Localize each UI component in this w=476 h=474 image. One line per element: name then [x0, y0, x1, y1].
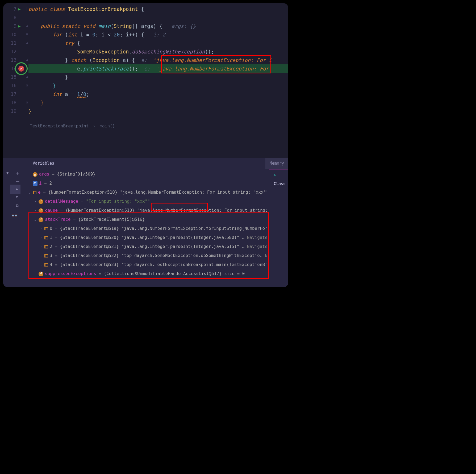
chevron-right-icon[interactable]: ›: [34, 206, 39, 215]
run-gutter-icon[interactable]: ▶: [18, 24, 20, 28]
fold-icon[interactable]: ⊟: [25, 24, 29, 28]
fold-icon[interactable]: ⊡: [25, 75, 29, 79]
line-number[interactable]: 13: [3, 56, 16, 64]
line-number[interactable]: 12: [3, 47, 16, 56]
array-badge-icon: [44, 254, 48, 257]
line-number[interactable]: 18: [3, 98, 16, 107]
variable-row[interactable]: pargs = {String[0]@509}: [28, 170, 267, 179]
line-number[interactable]: 8: [3, 13, 16, 22]
field-badge-icon: f: [39, 208, 43, 213]
breadcrumb-method[interactable]: main(): [99, 123, 115, 128]
line-number[interactable]: 16: [3, 81, 16, 90]
fold-icon[interactable]: ⊟: [25, 41, 29, 45]
array-badge-icon: [33, 191, 36, 194]
array-badge-icon: [44, 263, 48, 267]
code-line[interactable]: }: [28, 98, 288, 107]
variable-row[interactable]: ›4 = {StackTraceElement@523} "top.dayarc…: [28, 260, 267, 269]
variable-row[interactable]: ›fcause = {NumberFormatException@510} "j…: [28, 206, 267, 215]
fold-icon[interactable]: │: [25, 7, 29, 11]
line-number[interactable]: 14: [3, 64, 16, 73]
up-icon[interactable]: ▲: [16, 187, 18, 190]
navigate-link[interactable]: Navigate: [262, 253, 267, 258]
fold-icon[interactable]: ⊟: [25, 58, 29, 62]
code-line-current[interactable]: e.printStackTrace(); e: "java.lang.Numbe…: [28, 64, 288, 73]
ide-window: 7 ▶ 8 9 ▶ 10 11 12 13 14 15 16 17 18 19 …: [3, 3, 288, 287]
breakpoint-marker[interactable]: [15, 62, 28, 75]
field-badge-icon: f: [39, 199, 43, 204]
variable-row[interactable]: 01i = 2: [28, 179, 267, 188]
code-line[interactable]: public static void main(String[] args) {…: [28, 22, 288, 30]
fold-icon[interactable]: ⊡: [25, 101, 29, 104]
line-number[interactable]: 7: [3, 5, 16, 13]
code-line[interactable]: }: [28, 73, 288, 81]
chevron-right-icon[interactable]: ›: [40, 251, 44, 260]
navigate-link[interactable]: Navigate: [244, 235, 267, 240]
selected-tool-bg: [10, 185, 20, 194]
line-number[interactable]: 15: [3, 73, 16, 81]
copy-icon[interactable]: ⧉: [16, 203, 19, 208]
chevron-right-icon[interactable]: ›: [40, 242, 44, 251]
fold-icon[interactable]: ⊟: [25, 32, 29, 36]
chevron-right-icon[interactable]: ›: [40, 224, 44, 233]
breakpoint-dot-icon: [18, 66, 24, 72]
chevron-right-icon[interactable]: ›: [34, 197, 39, 206]
breadcrumb-separator: ›: [93, 123, 95, 128]
variable-row[interactable]: ›2 = {StackTraceElement@521} "java.lang.…: [28, 242, 267, 251]
breadcrumb[interactable]: TestExceptionBreakpoint › main(): [30, 123, 115, 128]
variable-row[interactable]: ›0 = {StackTraceElement@519} "java.lang.…: [28, 224, 267, 233]
tab-variables[interactable]: Variables: [28, 158, 59, 169]
param-badge-icon: p: [33, 172, 37, 177]
code-line[interactable]: public class TestExceptionBreakpoint {: [28, 5, 288, 13]
chevron-right-icon[interactable]: ›: [40, 233, 44, 242]
search-icon[interactable]: ⌕: [274, 172, 277, 177]
variables-body[interactable]: pargs = {String[0]@509} 01i = 2 ⌄e = {Nu…: [28, 169, 267, 287]
field-badge-icon: f: [39, 272, 43, 276]
chevron-right-icon[interactable]: ›: [40, 260, 44, 269]
variable-row[interactable]: ⌄fstackTrace = {StackTraceElement[5]@516…: [28, 215, 267, 224]
code-line[interactable]: int a = 1/0;: [28, 90, 288, 98]
tab-underline: [269, 169, 288, 169]
add-icon[interactable]: +: [16, 170, 19, 176]
field-badge-icon: f: [39, 217, 43, 222]
variable-row[interactable]: ›fdetailMessage = "For input string: "xx…: [28, 197, 267, 206]
array-badge-icon: [44, 245, 48, 248]
line-number[interactable]: 10: [3, 30, 16, 39]
remove-icon[interactable]: −: [16, 178, 19, 185]
variable-row[interactable]: ⌄e = {NumberFormatException@510} "java.l…: [28, 188, 267, 197]
breadcrumb-class[interactable]: TestExceptionBreakpoint: [30, 123, 89, 128]
array-badge-icon: [44, 236, 48, 239]
code-line[interactable]: [28, 13, 288, 22]
code-line[interactable]: try {: [28, 39, 288, 47]
filter-icon[interactable]: ▼: [6, 171, 9, 175]
code-editor[interactable]: 7 ▶ 8 9 ▶ 10 11 12 13 14 15 16 17 18 19 …: [3, 3, 288, 135]
code-line[interactable]: } catch (Exception e) { e: "java.lang.Nu…: [28, 56, 288, 64]
tab-memory[interactable]: Memory: [265, 158, 288, 169]
class-label[interactable]: Class: [274, 181, 286, 186]
down-icon[interactable]: ▼: [16, 195, 18, 199]
line-number[interactable]: 19: [3, 107, 16, 115]
code-line[interactable]: SomeMockException.doSomethingWithExcepti…: [28, 47, 288, 56]
debug-header: Variables Memory: [3, 158, 288, 169]
line-number[interactable]: 9: [3, 22, 16, 30]
variable-row[interactable]: fsuppressedExceptions = {Collections$Unm…: [28, 269, 267, 278]
chevron-down-icon[interactable]: ⌄: [28, 188, 33, 197]
code-line[interactable]: for (int i = 0; i < 20; i++) { i: 2: [28, 30, 288, 39]
debug-panel: Variables Memory ⌕ Class ▼ + − ▲ ▼ ⧉ 👓 p…: [3, 158, 288, 287]
variable-row[interactable]: ›3 = {StackTraceElement@522} "top.dayarc…: [28, 251, 267, 260]
run-gutter-icon[interactable]: ▶: [18, 7, 20, 11]
chevron-down-icon[interactable]: ⌄: [34, 215, 39, 224]
array-badge-icon: [44, 227, 48, 230]
int-badge-icon: 01: [33, 181, 37, 186]
variable-row[interactable]: ›1 = {StackTraceElement@520} "java.lang.…: [28, 233, 267, 242]
line-number[interactable]: 17: [3, 90, 16, 98]
code-line[interactable]: }: [28, 81, 288, 90]
navigate-link[interactable]: Navigate: [244, 244, 267, 249]
code-line[interactable]: }: [28, 107, 288, 115]
line-number[interactable]: 11: [3, 39, 16, 47]
glasses-icon[interactable]: 👓: [11, 212, 18, 219]
fold-icon[interactable]: ⊡: [25, 84, 29, 87]
